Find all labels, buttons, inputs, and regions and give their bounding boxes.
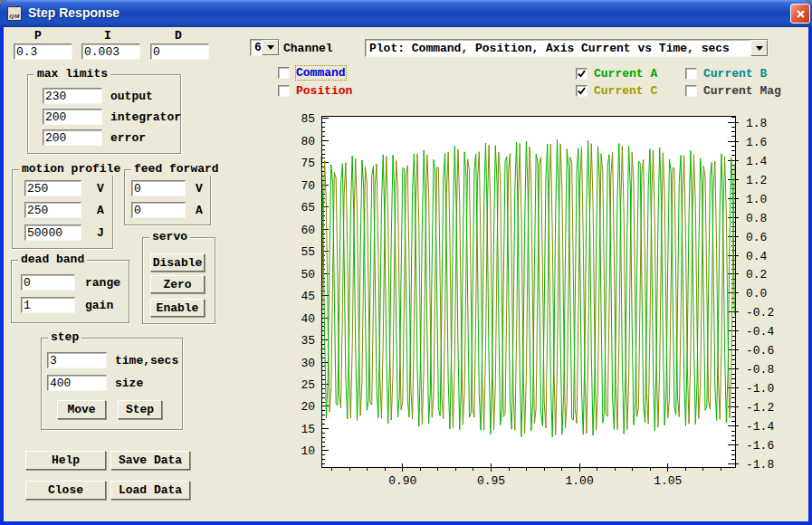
command-checkbox-label: Command <box>296 66 346 80</box>
channel-select[interactable]: 6 <box>250 39 280 56</box>
svg-text:1.6: 1.6 <box>746 136 767 149</box>
motion-profile-title: motion profile <box>19 162 123 176</box>
ff-a-input[interactable] <box>131 202 186 218</box>
save-data-button[interactable]: Save Data <box>110 451 190 470</box>
current-c-checkbox[interactable]: Current C <box>576 85 657 98</box>
step-time-input[interactable] <box>47 352 107 368</box>
motion-j-input[interactable] <box>24 224 81 241</box>
svg-text:0.6: 0.6 <box>746 231 767 244</box>
command-checkbox-box <box>278 67 290 79</box>
svg-text:65: 65 <box>301 201 315 215</box>
current-mag-checkbox[interactable]: Current Mag <box>685 85 781 98</box>
svg-text:80: 80 <box>301 135 315 148</box>
plot-select-dropdown-button[interactable] <box>750 40 768 56</box>
current-mag-checkbox-box <box>685 85 697 97</box>
svg-text:55: 55 <box>301 245 315 259</box>
help-button[interactable]: Help <box>25 451 106 470</box>
channel-value: 6 <box>251 41 262 54</box>
svg-text:1.8: 1.8 <box>746 117 767 130</box>
close-button[interactable] <box>790 4 810 24</box>
svg-text:35: 35 <box>301 334 315 348</box>
svg-text:-1.0: -1.0 <box>746 382 774 396</box>
svg-text:1.0: 1.0 <box>746 193 767 206</box>
svg-text:60: 60 <box>301 224 315 237</box>
plot-select-value: Plot: Command, Position, Axis Current vs… <box>366 42 750 55</box>
svg-text:30: 30 <box>301 357 315 370</box>
checkmark-icon <box>578 87 586 95</box>
max-output-input[interactable] <box>43 88 102 104</box>
svg-text:0.0: 0.0 <box>746 287 767 301</box>
max-output-label: output <box>110 90 153 103</box>
svg-text:-0.8: -0.8 <box>746 363 774 377</box>
d-label: D <box>175 29 182 43</box>
servo-zero-button[interactable]: Zero <box>150 275 205 293</box>
max-error-label: error <box>110 131 146 145</box>
dead-band-range-label: range <box>85 276 120 290</box>
motion-v-input[interactable] <box>24 180 81 196</box>
current-a-checkbox-box <box>576 68 588 80</box>
app-icon: QM <box>7 6 22 21</box>
svg-text:85: 85 <box>301 112 315 126</box>
svg-text:0.90: 0.90 <box>388 474 416 488</box>
servo-title: servo <box>149 230 190 243</box>
max-integrator-input[interactable] <box>43 109 102 125</box>
chevron-down-icon <box>756 46 763 51</box>
svg-text:-0.4: -0.4 <box>746 325 774 339</box>
plot-svg: 858075706560555045403530252015101.81.61.… <box>299 107 798 500</box>
checkmark-icon <box>578 70 586 78</box>
current-b-checkbox-box <box>685 68 697 80</box>
max-integrator-label: integrator <box>110 110 181 124</box>
motion-v-label: V <box>97 182 104 196</box>
svg-text:-1.8: -1.8 <box>746 458 774 472</box>
p-input[interactable] <box>14 43 72 60</box>
dead-band-gain-label: gain <box>85 299 113 312</box>
svg-text:25: 25 <box>301 378 315 392</box>
current-a-checkbox-label: Current A <box>594 67 657 81</box>
dead-band-group: dead band <box>11 260 129 323</box>
svg-text:15: 15 <box>301 423 315 436</box>
i-label: I <box>104 29 111 43</box>
svg-text:-0.2: -0.2 <box>746 306 774 320</box>
svg-text:40: 40 <box>301 312 315 326</box>
servo-enable-button[interactable]: Enable <box>150 299 205 317</box>
motion-j-label: J <box>97 226 104 240</box>
step-size-input[interactable] <box>47 375 107 391</box>
titlebar[interactable]: QM Step Response <box>0 0 812 27</box>
svg-text:1.2: 1.2 <box>746 174 767 187</box>
close-dialog-button[interactable]: Close <box>25 481 106 500</box>
i-input[interactable] <box>81 43 140 60</box>
svg-text:70: 70 <box>301 179 315 193</box>
current-c-checkbox-box <box>576 85 588 97</box>
max-error-input[interactable] <box>43 129 102 146</box>
svg-text:1.4: 1.4 <box>746 155 768 168</box>
d-input[interactable] <box>150 43 209 60</box>
position-checkbox-box <box>278 85 290 97</box>
load-data-button[interactable]: Load Data <box>110 481 190 500</box>
step-response-window: QM Step Response P I D 6 Channel Plot: C… <box>0 0 812 525</box>
current-b-checkbox-label: Current B <box>703 67 767 81</box>
current-b-checkbox[interactable]: Current B <box>685 68 767 81</box>
ff-v-input[interactable] <box>131 180 186 196</box>
close-icon <box>796 9 806 19</box>
command-checkbox[interactable]: Command <box>278 67 346 80</box>
dead-band-gain-input[interactable] <box>21 297 75 313</box>
position-checkbox[interactable]: Position <box>278 85 352 98</box>
step-title: step <box>48 330 81 344</box>
svg-text:-1.6: -1.6 <box>746 439 774 453</box>
step-button[interactable]: Step <box>118 400 162 419</box>
svg-text:20: 20 <box>301 400 315 414</box>
dead-band-range-input[interactable] <box>21 274 75 291</box>
dead-band-title: dead band <box>18 253 87 266</box>
channel-label: Channel <box>283 42 333 55</box>
svg-text:-1.2: -1.2 <box>746 401 774 415</box>
plot-area: 858075706560555045403530252015101.81.61.… <box>299 107 798 500</box>
plot-select[interactable]: Plot: Command, Position, Axis Current vs… <box>365 39 769 57</box>
ff-a-label: A <box>196 204 203 217</box>
move-button[interactable]: Move <box>57 400 106 419</box>
step-size-label: size <box>115 377 143 390</box>
current-a-checkbox[interactable]: Current A <box>576 68 657 81</box>
motion-a-input[interactable] <box>24 202 81 218</box>
channel-dropdown-button[interactable] <box>262 40 279 55</box>
servo-disable-button[interactable]: Disable <box>150 253 205 272</box>
motion-a-label: A <box>97 204 104 217</box>
